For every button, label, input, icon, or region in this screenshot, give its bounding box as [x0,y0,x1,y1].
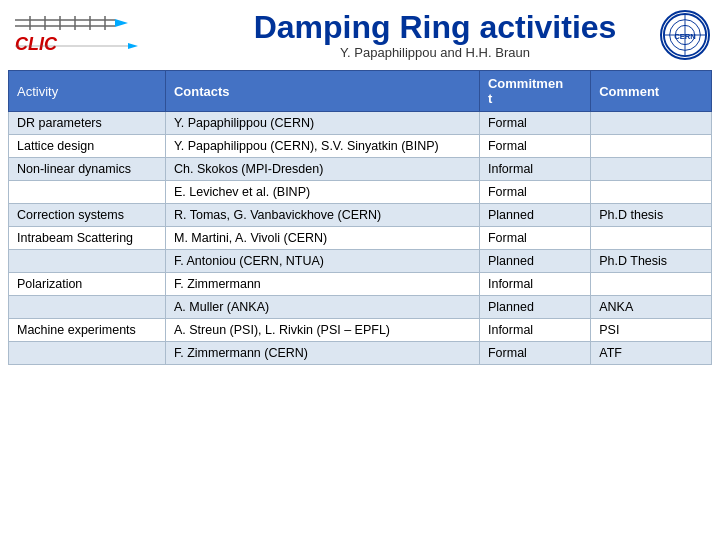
svg-text:CERN: CERN [674,32,696,41]
table-row: E. Levichev et al. (BINP)Formal [9,181,712,204]
table-row: Machine experimentsA. Streun (PSI), L. R… [9,319,712,342]
table-row: DR parametersY. Papaphilippou (CERN)Form… [9,112,712,135]
cell-commitment: Formal [479,342,590,365]
table-row: A. Muller (ANKA)PlannedANKA [9,296,712,319]
cell-comment [591,181,712,204]
table-row: PolarizationF. ZimmermannInformal [9,273,712,296]
page-title: Damping Ring activities [210,10,660,45]
cell-activity: Non-linear dynamics [9,158,166,181]
page-header: CLIC Damping Ring activities Y. Papaphil… [0,0,720,70]
header-subtitle: Y. Papaphilippou and H.H. Braun [210,45,660,60]
cell-contacts: F. Zimmermann (CERN) [165,342,479,365]
table-row: Non-linear dynamicsCh. Skokos (MPI-Dresd… [9,158,712,181]
cell-commitment: Informal [479,273,590,296]
svg-marker-11 [128,43,138,49]
cern-logo: CERN [660,10,710,60]
cell-activity [9,342,166,365]
col-header-commitment: Commitment [479,71,590,112]
cell-commitment: Formal [479,135,590,158]
col-header-contacts: Contacts [165,71,479,112]
cell-comment [591,112,712,135]
table-row: Correction systemsR. Tomas, G. Vanbavick… [9,204,712,227]
col-header-comment: Comment [591,71,712,112]
cell-activity: Machine experiments [9,319,166,342]
cell-contacts: F. Zimmermann [165,273,479,296]
cell-contacts: E. Levichev et al. (BINP) [165,181,479,204]
activities-table: Activity Contacts Commitment Comment DR … [8,70,712,365]
cell-contacts: A. Streun (PSI), L. Rivkin (PSI – EPFL) [165,319,479,342]
cell-contacts: Ch. Skokos (MPI-Dresden) [165,158,479,181]
cell-comment: ATF [591,342,712,365]
table-body: DR parametersY. Papaphilippou (CERN)Form… [9,112,712,365]
table-row: Intrabeam ScatteringM. Martini, A. Vivol… [9,227,712,250]
cell-comment: Ph.D Thesis [591,250,712,273]
cell-comment [591,227,712,250]
cell-activity: Correction systems [9,204,166,227]
table-row: F. Zimmermann (CERN)FormalATF [9,342,712,365]
cell-contacts: Y. Papaphilippou (CERN) [165,112,479,135]
beam-diagram: CLIC [10,8,170,63]
cell-commitment: Planned [479,204,590,227]
cell-activity [9,181,166,204]
cell-activity [9,250,166,273]
cell-comment [591,135,712,158]
cell-activity [9,296,166,319]
header-text: Damping Ring activities Y. Papaphilippou… [210,10,660,60]
cell-activity: Lattice design [9,135,166,158]
cell-commitment: Formal [479,227,590,250]
cell-comment [591,158,712,181]
cell-contacts: A. Muller (ANKA) [165,296,479,319]
table-header-row: Activity Contacts Commitment Comment [9,71,712,112]
cell-comment: ANKA [591,296,712,319]
svg-text:CLIC: CLIC [15,34,58,54]
cell-activity: Intrabeam Scattering [9,227,166,250]
cell-commitment: Formal [479,181,590,204]
main-table-container: Activity Contacts Commitment Comment DR … [8,70,712,365]
cell-commitment: Informal [479,158,590,181]
col-header-activity: Activity [9,71,166,112]
cell-activity: DR parameters [9,112,166,135]
cell-activity: Polarization [9,273,166,296]
table-row: Lattice designY. Papaphilippou (CERN), S… [9,135,712,158]
svg-marker-8 [115,19,128,27]
cell-comment: PSI [591,319,712,342]
cell-commitment: Formal [479,112,590,135]
cell-contacts: F. Antoniou (CERN, NTUA) [165,250,479,273]
cell-commitment: Planned [479,250,590,273]
cell-commitment: Planned [479,296,590,319]
cell-comment: Ph.D thesis [591,204,712,227]
cell-comment [591,273,712,296]
clic-logo: CLIC [10,8,210,63]
cell-contacts: R. Tomas, G. Vanbavickhove (CERN) [165,204,479,227]
cell-contacts: Y. Papaphilippou (CERN), S.V. Sinyatkin … [165,135,479,158]
cell-contacts: M. Martini, A. Vivoli (CERN) [165,227,479,250]
cell-commitment: Informal [479,319,590,342]
table-row: F. Antoniou (CERN, NTUA)PlannedPh.D Thes… [9,250,712,273]
